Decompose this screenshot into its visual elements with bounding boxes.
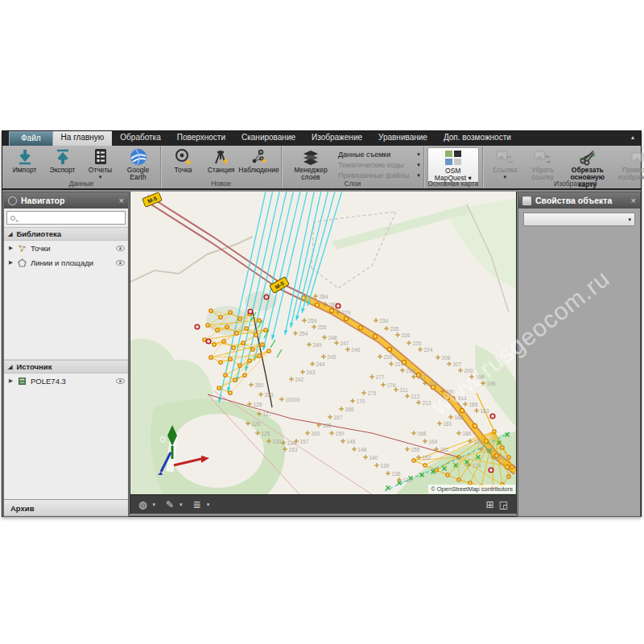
tree-item-pole74.3[interactable]: ▶POLE74.3 [4, 374, 128, 388]
section-header-source[interactable]: ◢Источник [4, 360, 128, 374]
point-label: 224 [424, 347, 433, 353]
expander-icon[interactable]: ▶ [9, 259, 14, 266]
survey-point [315, 303, 319, 307]
menu-row-привязанные-файлы[interactable]: Привязанные файлы▾ [338, 171, 420, 180]
survey-point [358, 325, 362, 329]
survey-point [233, 378, 237, 382]
menu-row-label: Привязанные файлы [338, 171, 409, 180]
visibility-eye-icon[interactable] [116, 246, 125, 251]
red-control-point [490, 414, 495, 419]
chevron-down-icon[interactable]: ▾ [152, 502, 155, 508]
tree-item-точки[interactable]: ▶Точки [4, 241, 128, 255]
point-label: 160 [312, 431, 320, 436]
import-icon [16, 148, 34, 166]
tab-доп-возможности[interactable]: Доп. возможности [436, 131, 519, 146]
tree-item-линии-и-площади[interactable]: ▶Линии и площади [4, 255, 128, 270]
point-label: 175 [368, 390, 377, 396]
tab-обработка[interactable]: Обработка [112, 131, 168, 146]
expander-icon[interactable]: ▶ [9, 378, 14, 384]
google-earth-button[interactable]: GoogleEarth [119, 147, 157, 181]
survey-point [209, 309, 213, 313]
visibility-eye-icon[interactable] [116, 378, 125, 384]
map-view: 2842812792592552542482492472462452442432… [130, 192, 517, 514]
archive-bar[interactable]: Архив [4, 499, 128, 516]
import-button[interactable]: Импорт [6, 147, 43, 174]
section-label: Источник [16, 362, 52, 371]
ribbon-collapse-button[interactable]: ▴ [625, 131, 641, 146]
section-header-library[interactable]: ◢Библиотека [4, 227, 128, 241]
navigator-tree: ◢Библиотека▶Точки▶Линии и площади◢Источн… [4, 227, 128, 499]
point-label: 246 [352, 347, 361, 353]
unlink-button[interactable]: Убратьссылку [524, 147, 562, 181]
point-label: 245 [328, 354, 336, 360]
menu-row-label: Тематические коды [338, 161, 403, 169]
attach-image-icon [630, 148, 644, 166]
tab-уравнивание[interactable]: Уравнивание [370, 131, 436, 146]
menu-row-данные-съемки[interactable]: Данные съемки▾ [338, 151, 420, 159]
print-tool-icon[interactable]: ≣ [193, 499, 201, 510]
survey-point [213, 343, 217, 347]
point-label: 212 [411, 394, 420, 399]
chevron-down-icon[interactable]: ▾ [180, 502, 183, 508]
point-label: 138 [392, 471, 401, 477]
survey-point [264, 328, 268, 332]
ribbon-group-label: Данные [2, 180, 160, 188]
orbit-view-icon[interactable]: ◲ [499, 499, 508, 510]
map-toolbar: ◍▾✎▾≣▾⊞◲ [130, 494, 516, 514]
ribbon-group-данные: ИмпортЭкспортОтчеты▾GoogleEarthДанные [2, 146, 161, 188]
basemap-icon [444, 149, 463, 167]
visibility-eye-icon[interactable] [116, 260, 125, 266]
map-graphics: 2842812792592552542482492472462452442432… [130, 192, 516, 494]
tab-файл[interactable]: Файл [9, 131, 53, 146]
edit-tool-icon[interactable]: ✎ [166, 499, 174, 510]
chevron-down-icon[interactable]: ▾ [207, 502, 210, 508]
menu-row-тематические-коды[interactable]: Тематические коды▾ [338, 161, 420, 169]
tab-сканирование[interactable]: Сканирование [233, 131, 303, 146]
station-button[interactable]: Станция [202, 147, 240, 174]
survey-point [235, 332, 239, 336]
export-button[interactable]: Экспорт [43, 147, 81, 174]
ribbon-group-новое: ТочкаСтанцияНаблюдениеНовое [161, 146, 282, 188]
point-label: 181 [444, 421, 452, 427]
expander-icon[interactable]: ▶ [9, 245, 14, 251]
survey-point [206, 324, 210, 328]
point-label: 254 [299, 331, 308, 336]
tree-item-label: POLE74.3 [31, 377, 66, 386]
button-label: Ссылка [493, 167, 517, 174]
point-label: 183 [481, 408, 489, 414]
tab-изображение[interactable]: Изображение [303, 131, 370, 146]
red-control-point [206, 339, 211, 344]
snap-tool-icon[interactable]: ◍ [138, 499, 147, 510]
ribbon-tab-bar: ФайлНа главнуюОбработкаПоверхностиСканир… [2, 131, 641, 146]
point-label: 134 [287, 440, 296, 446]
observation-button[interactable]: Наблюдение [240, 147, 278, 174]
layer-manager-button[interactable]: Менеджерслоев [285, 147, 336, 181]
survey-point [412, 459, 415, 462]
survey-point [224, 374, 228, 378]
object-selector-dropdown[interactable]: ▾ [523, 213, 635, 226]
survey-point [460, 408, 464, 412]
navigator-search-input[interactable] [6, 211, 126, 225]
link-button[interactable]: Ссылка▾ [486, 147, 524, 180]
tab-на-главную[interactable]: На главную [53, 131, 113, 146]
survey-point [222, 340, 226, 344]
chevron-down-icon: ▾ [628, 217, 631, 223]
point-button[interactable]: Точка [164, 147, 202, 174]
reports-button[interactable]: Отчеты▾ [81, 147, 119, 180]
point-label: 200 [464, 368, 473, 374]
areas-icon [18, 258, 27, 267]
survey-point [510, 465, 514, 469]
tree-spacer [4, 270, 128, 360]
point-label: 176 [387, 382, 396, 388]
navigator-header: Навигатор × [4, 192, 128, 208]
zoom-extents-icon[interactable]: ⊞ [486, 499, 494, 510]
close-icon[interactable]: × [119, 196, 124, 205]
map-canvas[interactable]: 2842812792592552542482492472462452442432… [130, 192, 516, 494]
survey-point [445, 395, 449, 399]
close-icon[interactable]: × [631, 196, 636, 205]
survey-point [258, 319, 262, 323]
attach-image-button[interactable]: Привязатьизображение [613, 147, 644, 181]
survey-point [373, 334, 377, 338]
osm-mapquest-button[interactable]: OSMMapQuest ▾ [427, 147, 479, 183]
tab-поверхности[interactable]: Поверхности [169, 131, 233, 146]
